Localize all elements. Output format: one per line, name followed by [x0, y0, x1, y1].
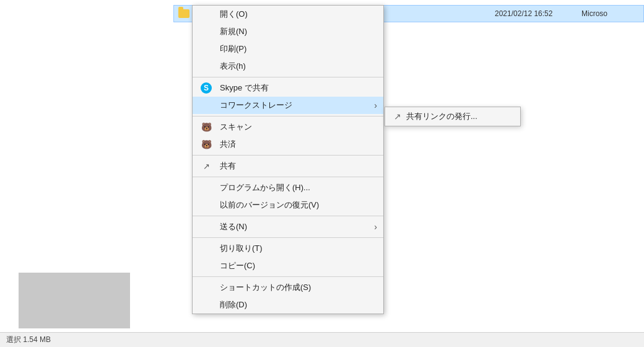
menu-item-shortcut[interactable]: ショートカットの作成(S)	[193, 279, 383, 296]
separator-7	[193, 276, 383, 277]
separator-4	[193, 177, 383, 177]
menu-label-open: 開く(O)	[220, 9, 248, 20]
menu-item-skype[interactable]: S Skype で共有	[193, 79, 383, 97]
thumbnail-area	[19, 273, 130, 328]
separator-2	[193, 116, 383, 116]
menu-item-open[interactable]: 開く(O)	[193, 6, 383, 23]
file-folder-icon	[178, 7, 190, 20]
menu-label-restore: 以前のバージョンの復元(V)	[220, 200, 319, 211]
menu-label-skype: Skype で共有	[220, 82, 269, 94]
menu-label-shortcut: ショートカットの作成(S)	[220, 282, 311, 293]
share-icon: ↗	[200, 160, 212, 172]
menu-item-print[interactable]: 印刷(P)	[193, 40, 383, 58]
file-date: 2021/02/12 16:52	[495, 9, 581, 18]
share-link-icon: ↗	[394, 112, 401, 121]
menu-item-restore[interactable]: 以前のバージョンの復元(V)	[193, 196, 383, 214]
menu-label-cowork: コワークストレージ	[220, 100, 292, 111]
menu-label-print: 印刷(P)	[220, 43, 246, 55]
context-menu: 開く(O) 新規(N) 印刷(P) 表示(h) S Skype で共有 コワーク…	[192, 5, 384, 314]
menu-label-scan: スキャン	[220, 121, 252, 133]
submenu-item-share-link[interactable]: ↗ 共有リンクの発行...	[385, 107, 520, 126]
menu-label-share: 共有	[220, 160, 236, 172]
menu-item-view[interactable]: 表示(h)	[193, 58, 383, 75]
separator-5	[193, 216, 383, 216]
status-selection: 選択 1.54 MB	[6, 335, 51, 345]
menu-item-share[interactable]: ↗ 共有	[193, 157, 383, 175]
status-bar: 選択 1.54 MB	[0, 332, 644, 347]
menu-item-scan[interactable]: 🐻 スキャン	[193, 118, 383, 136]
menu-label-sendto: 送る(N)	[220, 221, 247, 232]
submenu-label-share-link: 共有リンクの発行...	[406, 111, 477, 122]
menu-item-cut[interactable]: 切り取り(T)	[193, 240, 383, 257]
menu-label-discard: 共済	[220, 139, 236, 150]
menu-item-sendto[interactable]: 送る(N)	[193, 218, 383, 235]
explorer-background: 使い方マニュアル 2021/02/12 16:52 Microso 開く(O) …	[0, 0, 644, 347]
separator-6	[193, 237, 383, 238]
menu-label-delete: 削除(D)	[220, 299, 247, 310]
file-app: Microso	[581, 9, 643, 18]
separator-3	[193, 155, 383, 156]
menu-label-open-with: プログラムから開く(H)...	[220, 182, 310, 193]
bear-scan-icon: 🐻	[200, 121, 212, 133]
menu-item-new[interactable]: 新規(N)	[193, 23, 383, 40]
menu-label-cut: 切り取り(T)	[220, 243, 263, 254]
menu-item-discard[interactable]: 🐻 共済	[193, 136, 383, 153]
bear-discard-icon: 🐻	[200, 138, 212, 151]
menu-label-view: 表示(h)	[220, 61, 246, 72]
menu-item-cowork[interactable]: コワークストレージ	[193, 97, 383, 114]
menu-item-copy[interactable]: コピー(C)	[193, 257, 383, 275]
menu-item-open-with[interactable]: プログラムから開く(H)...	[193, 179, 383, 196]
skype-icon: S	[200, 82, 212, 94]
submenu-cowork: ↗ 共有リンクの発行...	[385, 107, 521, 126]
menu-label-new: 新規(N)	[220, 26, 247, 37]
separator-1	[193, 77, 383, 77]
menu-item-delete[interactable]: 削除(D)	[193, 296, 383, 314]
menu-label-copy: コピー(C)	[220, 260, 255, 271]
